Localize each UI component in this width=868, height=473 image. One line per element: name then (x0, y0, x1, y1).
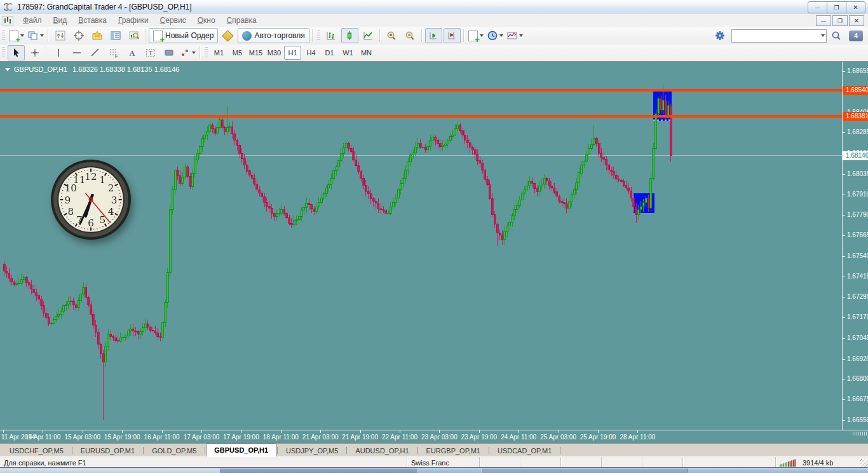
templates-button[interactable] (506, 28, 524, 43)
chart-minimize-button[interactable] (816, 15, 831, 26)
price-axis[interactable]: 1.686551.685301.684051.682851.681601.680… (842, 62, 868, 430)
auto-scroll-icon (428, 31, 438, 41)
bar-chart-button[interactable] (323, 28, 340, 43)
menu-Графики[interactable]: Графики (112, 15, 154, 26)
menu-Сервис[interactable]: Сервис (154, 15, 192, 26)
cursor-button[interactable] (8, 45, 25, 60)
chart-close-button[interactable] (849, 15, 864, 26)
arrows-icon (180, 48, 190, 58)
navigator-button[interactable] (88, 28, 105, 43)
price-tick-label: 1.66920 (847, 355, 868, 363)
trendline-button[interactable] (86, 45, 104, 60)
time-tick-label: 28 Apr 11:00 (611, 434, 664, 441)
price-chart[interactable]: GBPUSD_OP,H1 1.68326 1.68338 1.68135 1.6… (0, 62, 842, 430)
status-help-text: Для справки, нажмите F1 (0, 457, 407, 468)
chart-tab-bar: USDCHF_OP,M5EURUSD_OP,M1GOLD_OP,M5GBPUSD… (0, 443, 868, 456)
menu-Вставка[interactable]: Вставка (72, 15, 112, 26)
terminal-button[interactable] (107, 28, 124, 43)
timeframe-D1-button[interactable]: D1 (321, 46, 338, 60)
indicators-icon (468, 31, 478, 41)
notification-count-badge: 4 (854, 32, 858, 39)
title-bar[interactable]: 178597: GrandCapital Trader 4 - [GBPUSD_… (0, 0, 868, 15)
horizontal-line-button[interactable] (68, 45, 85, 60)
crosshair-icon (74, 31, 84, 41)
price-tick (843, 174, 845, 175)
resize-grip[interactable] (860, 459, 868, 467)
zoom-in-button[interactable] (383, 28, 400, 43)
market-watch-button[interactable] (51, 28, 69, 43)
chart-restore-button[interactable] (832, 15, 848, 26)
time-tick (43, 430, 43, 433)
metaeditor-button[interactable] (219, 28, 236, 43)
svg-text:12: 12 (85, 171, 97, 182)
timeframe-H4-button[interactable]: H4 (302, 46, 320, 60)
chart-tab-EURUSD_OP,M1[interactable]: EURUSD_OP,M1 (73, 445, 142, 456)
timeframe-M1-button[interactable]: M1 (210, 46, 227, 60)
periods-button[interactable] (486, 28, 505, 43)
chart-tab-EURGBP_OP,M1[interactable]: EURGBP_OP,M1 (419, 445, 488, 456)
time-axis[interactable]: 11 Apr 201414 Apr 11:0015 Apr 03:0015 Ap… (0, 430, 868, 444)
menu-Файл[interactable]: Файл (17, 15, 48, 26)
chart-tab-USDCHF_OP,M5[interactable]: USDCHF_OP,M5 (2, 445, 71, 456)
chart-tab-USDJPY_OP,M5[interactable]: USDJPY_OP,M5 (278, 445, 346, 456)
search-input[interactable] (732, 31, 817, 41)
chart-symbol-label[interactable]: GBPUSD_OP,H1 1.68326 1.68338 1.68135 1.6… (5, 65, 179, 73)
text-button[interactable]: A (123, 45, 140, 60)
arrows-button[interactable] (179, 45, 197, 60)
timeframe-W1-button[interactable]: W1 (339, 46, 356, 60)
taskbar-window-button[interactable] (481, 469, 688, 473)
taskbar-window-button[interactable] (219, 469, 417, 473)
timeframe-M15-button[interactable]: M15 (247, 46, 264, 60)
window-close-button[interactable] (846, 1, 865, 13)
axis-corner-grip (853, 432, 867, 435)
chart-tab-GOLD_OP,M5[interactable]: GOLD_OP,M5 (144, 445, 204, 456)
line-chart-button[interactable] (360, 28, 377, 43)
menu-Вид[interactable]: Вид (48, 15, 73, 26)
toolbar-grip[interactable] (2, 47, 5, 58)
timeframe-MN-button[interactable]: MN (358, 46, 375, 60)
new-order-button[interactable]: Новый Ордер (149, 28, 218, 43)
crosshair-button[interactable] (26, 45, 43, 60)
shapes-button[interactable] (160, 45, 177, 60)
price-tick-label: 1.68655 (847, 67, 868, 75)
windows-taskbar-edge[interactable] (0, 467, 868, 473)
window-restore-button[interactable] (827, 1, 846, 13)
strategy-tester-button[interactable] (125, 28, 142, 43)
text-label-icon: T (146, 48, 156, 58)
vertical-line-button[interactable] (50, 45, 67, 60)
timeframe-M30-button[interactable]: M30 (266, 46, 283, 60)
chart-tab-AUDUSD_OP,H1[interactable]: AUDUSD_OP,H1 (348, 445, 416, 456)
text-label-button[interactable]: T (142, 45, 159, 60)
clock-icon (487, 31, 498, 41)
menu-Справка[interactable]: Справка (221, 15, 262, 26)
tab-separator (489, 447, 489, 454)
window-minimize-button[interactable] (808, 1, 827, 13)
price-tick-label: 1.67170 (847, 313, 868, 321)
auto-scroll-button[interactable] (425, 28, 442, 43)
price-tick-label: 1.67910 (847, 191, 868, 198)
chart-window-icon[interactable] (3, 16, 13, 25)
autotrading-button[interactable]: Авто-торговля (238, 28, 309, 43)
zoom-out-button[interactable] (402, 28, 419, 43)
fibonacci-button[interactable]: F (105, 45, 122, 60)
toolbar-grip[interactable] (2, 30, 5, 41)
search-dropdown-button[interactable] (817, 30, 826, 42)
settings-button[interactable] (711, 28, 728, 43)
chart-tab-USDCAD_OP,M1[interactable]: USDCAD_OP,M1 (490, 445, 559, 456)
chevron-down-icon (821, 34, 825, 37)
chart-tab-GBPUSD_OP,H1[interactable]: GBPUSD_OP,H1 (206, 443, 276, 456)
tester-magnifier-icon (129, 31, 139, 41)
horizontal-line-icon (72, 48, 82, 58)
tab-separator (205, 447, 205, 454)
notifications-button[interactable]: 4 (849, 31, 863, 41)
timeframe-H1-button[interactable]: H1 (284, 46, 301, 60)
data-window-button[interactable] (70, 28, 87, 43)
candlestick-chart-button[interactable] (341, 28, 358, 43)
timeframe-M5-button[interactable]: M5 (229, 46, 246, 60)
profiles-button[interactable] (27, 28, 45, 43)
indicators-button[interactable] (467, 28, 485, 43)
chart-shift-button[interactable] (444, 28, 461, 43)
search-button[interactable] (827, 28, 844, 43)
menu-Окно[interactable]: Окно (192, 15, 221, 26)
new-chart-button[interactable] (8, 28, 25, 43)
